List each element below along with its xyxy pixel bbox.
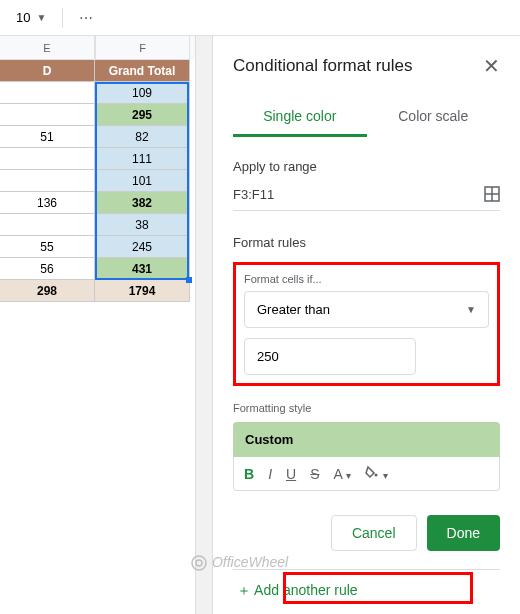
apply-range-label: Apply to range [233, 159, 500, 174]
cell[interactable]: 111 [95, 148, 190, 170]
tabs: Single color Color scale [233, 98, 500, 137]
cell[interactable]: 109 [95, 82, 190, 104]
italic-button[interactable]: I [268, 466, 272, 482]
cell[interactable]: 82 [95, 126, 190, 148]
divider [62, 8, 63, 28]
col-header-f[interactable]: F [95, 36, 190, 60]
add-another-rule[interactable]: ＋ Add another rule [233, 574, 500, 608]
highlight-box-rules: Format cells if... Greater than ▼ [233, 262, 500, 386]
fill-color-button[interactable]: ▾ [365, 465, 388, 482]
tab-single-color[interactable]: Single color [233, 98, 367, 137]
cell[interactable]: 136 [0, 192, 95, 214]
total-cell[interactable]: 1794 [95, 280, 190, 302]
cell[interactable]: 55 [0, 236, 95, 258]
selection-handle[interactable] [186, 277, 192, 283]
condition-value: Greater than [257, 302, 330, 317]
spreadsheet: E F DGrand Total109295518211110113638238… [0, 36, 195, 614]
strike-button[interactable]: S [310, 466, 319, 482]
toolbar: 10 ▼ ⋯ [0, 0, 520, 36]
cell[interactable]: 245 [95, 236, 190, 258]
style-toolbar: B I U S A ▾ ▾ [233, 457, 500, 491]
col-header-e[interactable]: E [0, 36, 95, 60]
cell[interactable]: 382 [95, 192, 190, 214]
svg-point-3 [374, 474, 377, 477]
range-input-row[interactable]: F3:F11 [233, 186, 500, 211]
chevron-down-icon: ▼ [466, 304, 476, 315]
threshold-input[interactable] [244, 338, 416, 375]
panel-footer: ＋ Add another rule [233, 569, 500, 608]
font-size-value: 10 [16, 10, 30, 25]
underline-button[interactable]: U [286, 466, 296, 482]
column-headers: E F [0, 36, 195, 60]
bold-button[interactable]: B [244, 466, 254, 482]
cell[interactable] [0, 214, 95, 236]
range-value: F3:F11 [233, 187, 274, 202]
action-buttons: Cancel Done [233, 515, 500, 551]
main-area: E F DGrand Total109295518211110113638238… [0, 36, 520, 614]
done-button[interactable]: Done [427, 515, 500, 551]
total-cell[interactable]: 298 [0, 280, 95, 302]
header-cell-d[interactable]: D [0, 60, 95, 82]
more-button[interactable]: ⋯ [71, 6, 103, 30]
formatting-style-label: Formatting style [233, 402, 500, 414]
cell[interactable]: 56 [0, 258, 95, 280]
style-preview[interactable]: Custom [233, 422, 500, 457]
conditional-format-panel: Conditional format rules ✕ Single color … [212, 36, 520, 614]
cell[interactable]: 431 [95, 258, 190, 280]
format-cells-if-label: Format cells if... [244, 273, 489, 285]
tab-color-scale[interactable]: Color scale [367, 98, 501, 137]
close-icon[interactable]: ✕ [483, 54, 500, 78]
text-color-button[interactable]: A ▾ [333, 466, 350, 482]
cell[interactable]: 38 [95, 214, 190, 236]
cancel-button[interactable]: Cancel [331, 515, 417, 551]
font-size-select[interactable]: 10 ▼ [8, 6, 54, 29]
condition-dropdown[interactable]: Greater than ▼ [244, 291, 489, 328]
cell[interactable] [0, 82, 95, 104]
cell[interactable]: 295 [95, 104, 190, 126]
cell[interactable] [0, 170, 95, 192]
cell[interactable] [0, 104, 95, 126]
vertical-scrollbar[interactable] [195, 36, 212, 614]
panel-title: Conditional format rules [233, 56, 413, 76]
format-rules-label: Format rules [233, 235, 500, 250]
cell[interactable]: 51 [0, 126, 95, 148]
chevron-down-icon: ▼ [36, 12, 46, 23]
cell[interactable]: 101 [95, 170, 190, 192]
header-cell-grand-total[interactable]: Grand Total [95, 60, 190, 82]
cell[interactable] [0, 148, 95, 170]
grid-icon [484, 186, 500, 202]
